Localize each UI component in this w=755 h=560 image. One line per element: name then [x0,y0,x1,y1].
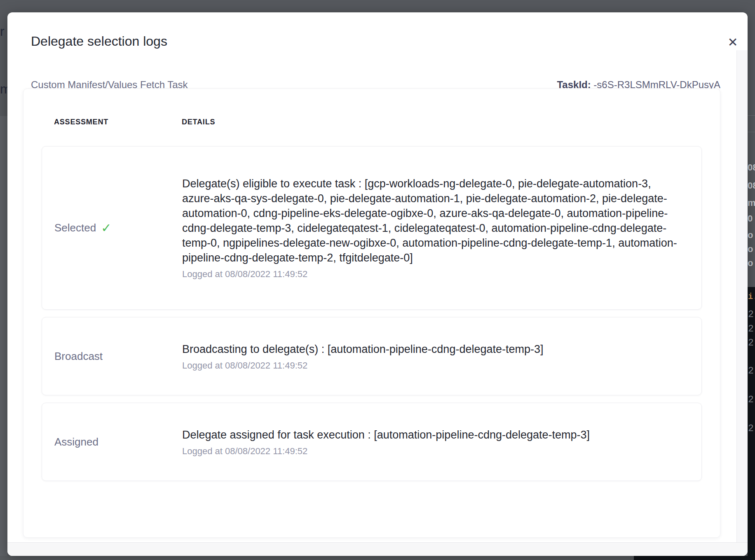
bg-divider-line [748,132,755,132]
console-text-fragment: 2 [748,324,754,334]
dimmed-console-right-edge: i. 2 2 2 2 2 2 [748,287,755,560]
dimmed-console-bottom-edge [634,556,755,560]
table-row: Assigned Delegate assigned for task exec… [42,403,702,481]
table-row: Selected ✓ Delegate(s) eligible to execu… [42,146,702,310]
dialog-title: Delegate selection logs [31,34,167,49]
dimmed-page-right-edge: 08 08 m 0 o o o [748,0,755,287]
details-cell: Delegate(s) eligible to execute task : [… [182,176,683,280]
bg-text-fragment: 08 [748,163,755,172]
check-icon: ✓ [101,221,111,235]
console-text-fragment: 2 [748,338,754,348]
assessment-cell: Selected ✓ [54,221,182,235]
logged-at-timestamp: Logged at 08/08/2022 11:49:52 [182,446,683,457]
delegate-selection-logs-dialog: Delegate selection logs ✕ Custom Manifes… [7,12,748,556]
bg-text-fragment: m [748,198,755,208]
dimmed-pipeline-canvas [0,116,7,557]
bg-text-fragment: r [0,25,5,38]
column-header-details: DETAILS [182,118,215,126]
bg-text-fragment: o [748,231,755,240]
console-text-fragment: i. [748,293,755,301]
dialog-footer [7,542,748,556]
console-text-fragment: 2 [748,366,754,376]
details-cell: Delegate assigned for task execution : [… [182,427,683,457]
console-text-fragment: 2 [748,310,754,320]
table-header-row: ASSESSMENT DETAILS [42,118,702,126]
details-text: Broadcasting to delegate(s) : [automatio… [182,342,683,357]
bg-text-fragment: 08 [748,181,755,190]
assessment-cell: Assigned [54,436,182,448]
console-text-fragment: 2 [748,424,754,434]
console-text-fragment: 2 [748,395,754,405]
assessment-cell: Broadcast [54,350,182,363]
close-icon[interactable]: ✕ [724,33,742,51]
bg-text-fragment: o [748,245,755,254]
selection-logs-table: ASSESSMENT DETAILS Selected ✓ Delegate(s… [23,89,720,538]
details-text: Delegate(s) eligible to execute task : [… [182,176,683,265]
bg-divider-line [748,115,755,116]
bg-text-fragment: o [748,259,755,268]
details-text: Delegate assigned for task execution : [… [182,427,683,442]
assessment-label: Broadcast [54,350,103,363]
assessment-label: Assigned [54,436,98,448]
details-cell: Broadcasting to delegate(s) : [automatio… [182,342,683,371]
column-header-assessment: ASSESSMENT [54,118,182,126]
modal-scrollbar[interactable] [736,50,748,542]
logged-at-timestamp: Logged at 08/08/2022 11:49:52 [182,360,683,371]
dimmed-canvas-bottom-edge [0,556,634,560]
assessment-label: Selected [54,222,96,234]
bg-text-fragment: 0 [748,214,755,223]
logged-at-timestamp: Logged at 08/08/2022 11:49:52 [182,269,683,280]
table-row: Broadcast Broadcasting to delegate(s) : … [42,317,702,395]
